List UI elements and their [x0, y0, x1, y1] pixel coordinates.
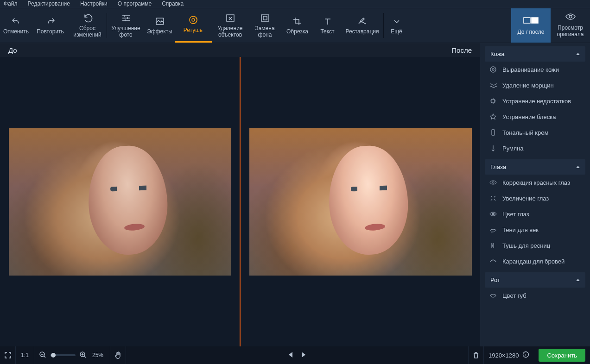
before-image [9, 128, 231, 276]
lips-icon [489, 292, 497, 299]
svg-point-9 [490, 67, 496, 72]
svg-point-8 [569, 15, 572, 18]
toolbar: Отменить Повторить Сброс изменений Улучш… [0, 8, 590, 43]
menu-about[interactable]: О программе [118, 0, 152, 7]
sliders-icon [121, 13, 131, 23]
image-dimensions: 1920×1280 [484, 351, 534, 359]
blush-icon [489, 144, 497, 152]
sidebar-item-blemish-removal[interactable]: Устранение недостатков [480, 93, 590, 109]
sidebar-section-skin[interactable]: Кожа [485, 46, 585, 62]
undo-button[interactable]: Отменить [0, 8, 32, 43]
svg-rect-4 [261, 15, 269, 21]
svg-point-13 [492, 182, 494, 183]
restoration-button[interactable]: Реставрация [342, 8, 383, 43]
enhance-button[interactable]: Улучшение фото [107, 8, 145, 43]
sidebar-section-mouth[interactable]: Рот [485, 272, 585, 288]
save-button[interactable]: Сохранить [539, 349, 585, 362]
menu-edit[interactable]: Редактирование [28, 0, 70, 7]
fit-button[interactable]: 1:1 [16, 346, 34, 364]
zoom-value: 25% [90, 352, 105, 358]
svg-point-10 [492, 69, 494, 70]
crop-icon [292, 16, 303, 26]
menu-help[interactable]: Справка [162, 0, 184, 7]
footer: 1:1 25% 1920×1280 Сохранить [0, 346, 590, 364]
before-label: До [8, 46, 17, 54]
view-original-button[interactable]: Просмотр оригинала [551, 8, 590, 43]
collapse-icon [576, 53, 580, 55]
eye-icon [565, 13, 576, 22]
info-icon[interactable] [522, 351, 529, 359]
sidebar-item-eye-enlarge[interactable]: Увеличение глаз [480, 190, 590, 206]
after-label: После [451, 46, 472, 54]
background-icon [260, 13, 270, 23]
next-image-button[interactable] [301, 351, 306, 359]
enlarge-icon [489, 195, 497, 202]
collapse-icon [576, 166, 580, 168]
svg-rect-12 [492, 130, 495, 135]
fullscreen-button[interactable] [0, 346, 16, 364]
sidebar-item-wrinkle-removal[interactable]: Удаление морщин [480, 77, 590, 93]
sidebar-section-eyes[interactable]: Глаза [485, 159, 585, 175]
retouch-sidebar: Кожа Выравнивание кожи Удаление морщин У… [480, 43, 590, 346]
before-pane[interactable] [0, 57, 240, 346]
wrinkle-icon [489, 82, 497, 89]
foundation-icon [489, 129, 497, 136]
eyeshadow-icon [489, 226, 497, 233]
sidebar-item-lip-color[interactable]: Цвет губ [480, 288, 590, 303]
text-button[interactable]: Текст [314, 8, 342, 43]
before-after-header: До После [0, 43, 480, 57]
sidebar-item-redeye[interactable]: Коррекция красных глаз [480, 175, 590, 190]
menu-settings[interactable]: Настройки [80, 0, 108, 7]
sidebar-item-foundation[interactable]: Тональный крем [480, 125, 590, 140]
undo-icon [11, 16, 21, 26]
sidebar-item-mascara[interactable]: Тушь для ресниц [480, 238, 590, 253]
svg-point-2 [192, 19, 195, 21]
hand-tool-button[interactable] [110, 346, 126, 364]
more-button[interactable]: Ещё [384, 8, 410, 43]
eye-color-icon [489, 210, 497, 218]
smoothing-icon [489, 66, 497, 73]
mascara-icon [489, 242, 497, 249]
sidebar-item-eyebrow-pencil[interactable]: Карандаш для бровей [480, 253, 590, 269]
zoom-slider[interactable] [50, 354, 76, 356]
redo-icon [45, 16, 56, 26]
sidebar-item-eyeshadow[interactable]: Тени для век [480, 222, 590, 238]
effects-button[interactable]: Эффекты [145, 8, 175, 43]
sidebar-item-eye-color[interactable]: Цвет глаз [480, 206, 590, 222]
shine-icon [489, 113, 497, 120]
menu-file[interactable]: Файл [4, 0, 18, 7]
chevron-down-icon [392, 16, 402, 26]
background-replace-button[interactable]: Замена фона [249, 8, 281, 43]
redo-button[interactable]: Повторить [32, 8, 69, 43]
text-icon [323, 16, 333, 26]
sidebar-item-shine-removal[interactable]: Устранение блеска [480, 109, 590, 125]
zoom-controls: 25% [34, 346, 110, 364]
remove-objects-button[interactable]: Удаление объектов [212, 8, 249, 43]
zoom-out-button[interactable] [39, 351, 46, 360]
compare-icon [523, 16, 539, 26]
sidebar-item-skin-smoothing[interactable]: Выравнивание кожи [480, 62, 590, 77]
svg-rect-7 [532, 18, 538, 23]
eye-icon [489, 179, 497, 186]
collapse-icon [576, 279, 580, 281]
zoom-in-button[interactable] [79, 351, 87, 360]
effects-icon [155, 16, 165, 26]
before-after-toggle[interactable]: До / после [511, 8, 551, 43]
reset-button[interactable]: Сброс изменений [69, 8, 107, 43]
svg-point-11 [492, 100, 495, 102]
blemish-icon [489, 97, 497, 105]
after-pane[interactable] [241, 57, 480, 346]
svg-rect-6 [524, 18, 530, 23]
retouch-button[interactable]: Ретушь [175, 8, 212, 43]
sidebar-item-blush[interactable]: Румяна [480, 140, 590, 156]
crop-button[interactable]: Обрезка [281, 8, 314, 43]
delete-button[interactable] [468, 346, 484, 364]
eyebrow-icon [489, 257, 497, 265]
svg-point-14 [492, 213, 495, 215]
main-area: До После Кожа Выравнивание кожи Удаление… [0, 43, 590, 346]
prev-image-button[interactable] [288, 351, 293, 359]
canvas-area: До После [0, 43, 480, 346]
menu-bar: Файл Редактирование Настройки О программ… [0, 0, 590, 8]
object-remove-icon [225, 13, 235, 23]
restoration-icon [357, 16, 368, 26]
